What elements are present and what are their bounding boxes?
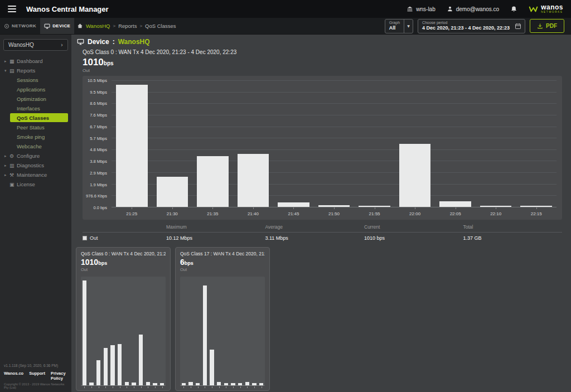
sub-nav: NETWORK DEVICE WanosHQ > Reports > QoS C…: [0, 18, 571, 35]
sidebar-item-sessions[interactable]: Sessions: [10, 75, 68, 84]
sidebar-item-license[interactable]: ▣License: [0, 180, 71, 189]
footer-link-support[interactable]: Support: [29, 371, 45, 381]
sidebar-item-label: License: [17, 181, 35, 187]
sidebar-item-applications[interactable]: Applications: [10, 85, 68, 94]
chart-bar: [259, 383, 264, 385]
sidebar-item-qos-classes[interactable]: QoS Classes: [10, 113, 68, 122]
version-text: v1.1.118 (Sep 10, 2020, 6:36 PM): [4, 364, 67, 367]
site-name: wns-lab: [416, 6, 435, 12]
period-value: 4 Dec 2020, 21:23 - 4 Dec 2020, 22:23: [422, 25, 510, 31]
period-picker[interactable]: Choose period 4 Dec 2020, 21:23 - 4 Dec …: [418, 19, 525, 33]
chart-bar: [210, 350, 214, 385]
chart-bar: [278, 202, 309, 207]
mini-chart-card-qos-class-0[interactable]: QoS Class 0 : WAN Tx 4 Dec 2020, 21:23..…: [76, 247, 171, 391]
chart-toolbar: Graph All ▼ Choose period 4 Dec 2020, 21…: [385, 19, 571, 33]
axis-tick: [253, 207, 254, 209]
main-chart-header: QoS Class 0 : WAN Tx 4 Dec 2020, 21:23 -…: [71, 46, 571, 74]
main-chart-series-label: Out: [83, 68, 571, 73]
tab-network[interactable]: NETWORK: [0, 18, 40, 34]
x-axis-label: 21:35: [207, 211, 218, 216]
x-axis-slot: 21:50: [314, 207, 355, 217]
x-axis-slot: 21:40: [233, 207, 274, 217]
sidebar-footer: v1.1.118 (Sep 10, 2020, 6:36 PM) Wanos.c…: [0, 364, 71, 389]
logo-text: wanos: [541, 4, 563, 11]
sidebar-item-label: Peer Status: [17, 124, 45, 130]
expand-arrow-icon: ▾: [4, 69, 9, 73]
stat-value-maximum: 10.12 Mbps: [166, 235, 265, 241]
gridline: [112, 149, 557, 150]
notifications-button[interactable]: [510, 6, 517, 13]
chart-bar: [125, 382, 129, 385]
sidebar-item-webcache[interactable]: Webcache: [10, 142, 68, 151]
menu-icon[interactable]: [8, 6, 16, 12]
tab-device-label: DEVICE: [52, 23, 70, 28]
pdf-button[interactable]: PDF: [530, 19, 564, 33]
chart-bar: [359, 206, 390, 207]
chart-bar: [182, 383, 186, 385]
axis-tick: [212, 207, 213, 209]
stat-label-current: Current: [364, 224, 463, 230]
maintenance-icon: ⚒: [9, 172, 17, 178]
home-icon[interactable]: [77, 23, 83, 29]
sidebar-item-maintenance[interactable]: ▸⚒Maintenance: [0, 170, 71, 180]
chart-bar: [104, 348, 108, 385]
axis-tick: [205, 386, 205, 388]
gridline: [112, 92, 557, 93]
user-menu[interactable]: demo@wanos.co: [447, 6, 499, 12]
sidebar-item-peer-status[interactable]: Peer Status: [10, 123, 68, 132]
mini-plot-area: [81, 277, 166, 386]
axis-tick: [212, 386, 212, 388]
logo-mark-icon: [529, 6, 538, 13]
sidebar-item-label: Configure: [17, 153, 40, 159]
x-axis-slot: 21:35: [192, 207, 233, 217]
breadcrumb-device[interactable]: WanosHQ: [86, 23, 110, 29]
chart-bar: [196, 383, 200, 385]
axis-tick: [262, 386, 262, 388]
axis-tick: [198, 386, 199, 388]
sidebar-item-dashboard[interactable]: ▸▦Dashboard: [0, 56, 71, 66]
chevron-icon: ›: [61, 42, 63, 48]
sidebar-item-interfaces[interactable]: Interfaces: [10, 104, 68, 113]
chart-bar: [157, 177, 188, 207]
y-axis-label: 5.7 Mbps: [90, 135, 107, 141]
site-selector[interactable]: wns-lab: [407, 6, 435, 12]
download-icon: [537, 23, 543, 29]
axis-tick: [415, 207, 415, 209]
footer-link-privacy[interactable]: Privacy Policy: [51, 371, 67, 381]
x-axis-label: 22:15: [531, 211, 542, 216]
breadcrumb-separator: >: [113, 23, 115, 28]
series-legend[interactable]: Out: [83, 235, 166, 241]
x-axis-label: 22:00: [409, 211, 420, 216]
sidebar-item-reports[interactable]: ▾▤Reports: [0, 66, 71, 75]
y-axis-label: 3.8 Mbps: [90, 159, 107, 164]
axis-tick: [99, 386, 99, 388]
chart-bar: [160, 383, 164, 385]
sidebar-item-smoke-ping[interactable]: Smoke ping: [10, 132, 68, 141]
axis-tick: [113, 386, 113, 388]
chart-bar: [231, 383, 235, 385]
stat-label-maximum: Maximum: [166, 224, 265, 230]
sidebar-item-configure[interactable]: ▸⚙Configure: [0, 151, 71, 161]
breadcrumb-current: QoS Classes: [145, 23, 176, 29]
footer-link-wanos[interactable]: Wanos.co: [4, 371, 23, 381]
y-axis-label: 4.8 Mbps: [90, 147, 107, 152]
sidebar-item-diagnostics[interactable]: ▸▥Diagnostics: [0, 161, 71, 170]
gridline: [112, 103, 557, 104]
mini-chart-card-qos-class-17[interactable]: QoS Class 17 : WAN Tx 4 Dec 2020, 21:2..…: [175, 247, 270, 391]
chart-bar: [245, 382, 250, 385]
device-selector-value: WanosHQ: [8, 42, 34, 48]
axis-tick: [456, 207, 456, 209]
sidebar-item-optimization[interactable]: Optimization: [10, 94, 68, 103]
axis-tick: [375, 207, 375, 209]
mini-chart-title: QoS Class 0 : WAN Tx 4 Dec 2020, 21:23..…: [81, 251, 166, 257]
breadcrumb-reports[interactable]: Reports: [118, 23, 137, 29]
calendar-icon: [515, 23, 521, 30]
topbar-right: wns-lab demo@wanos.co wanos NETWORKS: [407, 4, 563, 13]
mini-chart-title: QoS Class 17 : WAN Tx 4 Dec 2020, 21:2..…: [180, 251, 265, 257]
device-selector[interactable]: WanosHQ ›: [3, 39, 68, 51]
device-colon: :: [113, 38, 115, 46]
graph-select[interactable]: Graph All ▼: [385, 19, 413, 33]
expand-arrow-icon: ▸: [4, 154, 9, 158]
tab-device[interactable]: DEVICE: [40, 18, 74, 34]
checkbox-icon[interactable]: [83, 236, 87, 240]
